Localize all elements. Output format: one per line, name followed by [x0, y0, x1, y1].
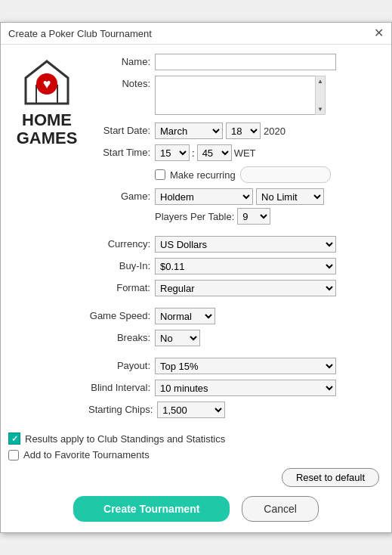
scroll-up-arrow[interactable]: ▲ [317, 78, 323, 85]
game-speed-label: Game Speed: [88, 308, 150, 321]
format-row: Format: Regular Turbo Hyper-Turbo [88, 280, 379, 296]
name-controls [155, 54, 379, 70]
game-row: Game: Holdem Omaha No Limit Pot Limit Fi… [88, 188, 379, 225]
cancel-button[interactable]: Cancel [242, 496, 319, 522]
notes-row: Notes: ▲ ▼ [88, 76, 379, 117]
players-per-table-row: Players Per Table: 9 234 5678 [155, 208, 379, 225]
currency-row: Currency: US Dollars Euros Play Money [88, 236, 379, 253]
blind-interval-controls: 10 minutes 5 minutes 15 minutes 20 minut… [155, 380, 379, 396]
close-button[interactable]: ✕ [374, 27, 384, 39]
blind-interval-label: Blind Interval: [88, 380, 150, 393]
starting-chips-row: Starting Chips: 1,500 500 1,000 2,000 5,… [88, 402, 379, 418]
start-time-label: Start Time: [88, 144, 150, 158]
reset-row: Reset to default [1, 465, 391, 491]
players-per-table-label: Players Per Table: [155, 211, 234, 222]
date-controls: March January February April May June Ju… [155, 122, 379, 139]
title-bar: Create a Poker Club Tournament ✕ [1, 23, 391, 45]
payout-row: Payout: Top 15% Top 10% Top 20% Top 25% [88, 358, 379, 374]
game-speed-select[interactable]: Normal Fast [155, 308, 215, 324]
favorite-row: Add to Favorite Tournaments [1, 449, 391, 460]
game-label: Game: [88, 188, 150, 202]
name-input[interactable] [155, 54, 336, 70]
time-separator: : [192, 147, 195, 159]
breaks-row: Breaks: No Yes [88, 330, 379, 346]
blind-interval-row: Blind Interval: 10 minutes 5 minutes 15 … [88, 380, 379, 396]
format-select[interactable]: Regular Turbo Hyper-Turbo [155, 280, 336, 296]
game-speed-controls: Normal Fast [155, 308, 379, 324]
payout-controls: Top 15% Top 10% Top 20% Top 25% [155, 358, 379, 374]
results-checkbox[interactable] [8, 433, 20, 445]
make-recurring-checkbox[interactable] [155, 169, 165, 180]
format-controls: Regular Turbo Hyper-Turbo [155, 280, 379, 296]
currency-controls: US Dollars Euros Play Money [155, 236, 379, 253]
day-select[interactable]: 18 1234 5678 910 [226, 122, 261, 139]
buyin-label: Buy-In: [88, 258, 150, 271]
recurring-row: Make recurring [88, 166, 379, 183]
breaks-controls: No Yes [155, 330, 379, 346]
favorite-label: Add to Favorite Tournaments [23, 449, 150, 460]
blind-interval-select[interactable]: 10 minutes 5 minutes 15 minutes 20 minut… [155, 380, 336, 396]
name-row: Name: [88, 54, 379, 70]
payout-label: Payout: [88, 358, 150, 371]
start-date-row: Start Date: March January February April… [88, 122, 379, 139]
make-recurring-label: Make recurring [170, 169, 236, 181]
format-label: Format: [88, 280, 150, 293]
scroll-down-arrow[interactable]: ▼ [317, 106, 323, 113]
notes-controls: ▲ ▼ [155, 76, 379, 117]
buyin-controls: $0.11 $0.01 $0.05 $0.10 $0.25 [155, 258, 379, 274]
recurring-input[interactable] [240, 166, 331, 183]
create-tournament-button[interactable]: Create Tournament [73, 496, 230, 522]
hour-select[interactable]: 15 [155, 144, 190, 161]
buyin-row: Buy-In: $0.11 $0.01 $0.05 $0.10 $0.25 [88, 258, 379, 274]
home-games-logo: ♥ [21, 57, 73, 108]
results-label: Results apply to Club Standings and Stat… [25, 433, 225, 445]
game-speed-row: Game Speed: Normal Fast [88, 308, 379, 324]
game-controls: Holdem Omaha No Limit Pot Limit Fixed Pl… [155, 188, 379, 225]
svg-text:♥: ♥ [43, 76, 51, 91]
breaks-select[interactable]: No Yes [155, 330, 200, 346]
action-buttons: Create Tournament Cancel [1, 491, 391, 532]
minute-select[interactable]: 45 [197, 144, 232, 161]
start-time-row: Start Time: 15 : 45 WET [88, 144, 379, 161]
timezone-label: WET [234, 147, 256, 159]
starting-chips-select[interactable]: 1,500 500 1,000 2,000 5,000 [157, 402, 225, 418]
payout-select[interactable]: Top 15% Top 10% Top 20% Top 25% [155, 358, 336, 374]
form-area: Name: Notes: ▲ ▼ [88, 54, 379, 423]
logo-panel: ♥ HOMEGAMES [13, 54, 81, 423]
currency-label: Currency: [88, 236, 150, 250]
limit-select[interactable]: No Limit Pot Limit Fixed [256, 188, 324, 205]
starting-chips-label: Starting Chips: [88, 402, 153, 415]
results-row: Results apply to Club Standings and Stat… [1, 433, 391, 445]
start-date-label: Start Date: [88, 122, 150, 136]
currency-select[interactable]: US Dollars Euros Play Money [155, 236, 336, 253]
notes-scrollbar[interactable]: ▲ ▼ [315, 76, 326, 115]
game-select[interactable]: Holdem Omaha [155, 188, 253, 205]
breaks-label: Breaks: [88, 330, 150, 343]
dialog-body: ♥ HOMEGAMES Name: Notes: ▲ [1, 45, 391, 433]
create-tournament-dialog: Create a Poker Club Tournament ✕ ♥ HOMEG… [0, 22, 392, 533]
home-games-text: HOMEGAMES [17, 111, 78, 147]
starting-chips-controls: 1,500 500 1,000 2,000 5,000 [157, 402, 379, 418]
notes-container: ▲ ▼ [155, 76, 326, 117]
year-text: 2020 [264, 126, 286, 137]
notes-input[interactable] [155, 76, 326, 115]
month-select[interactable]: March January February April May June Ju… [155, 122, 223, 139]
players-per-table-select[interactable]: 9 234 5678 [237, 208, 270, 225]
buyin-select[interactable]: $0.11 $0.01 $0.05 $0.10 $0.25 [155, 258, 336, 274]
favorite-checkbox[interactable] [8, 450, 19, 460]
notes-label: Notes: [88, 76, 150, 89]
dialog-title: Create a Poker Club Tournament [8, 28, 152, 39]
time-controls: 15 : 45 WET [155, 144, 379, 161]
reset-button[interactable]: Reset to default [282, 468, 379, 487]
name-label: Name: [88, 54, 150, 67]
